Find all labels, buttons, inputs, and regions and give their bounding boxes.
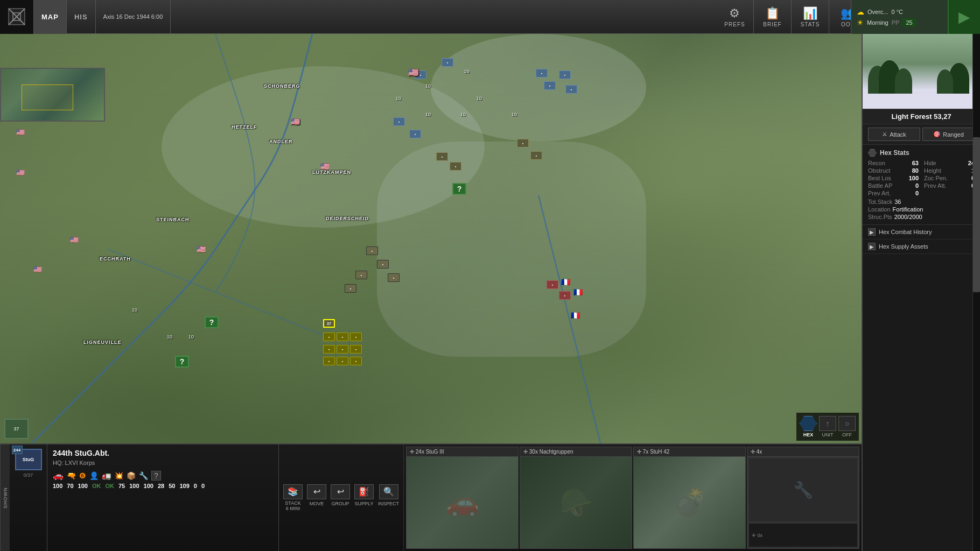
prev-att1-label: Prev Att.: [924, 182, 947, 189]
unit-card-nacht[interactable]: ✛ 30x Nachtgruppen 🪖: [520, 447, 632, 549]
right-scrollbar[interactable]: [972, 34, 980, 551]
unit-ge-5[interactable]: ▪: [366, 246, 378, 255]
unit-ge-6[interactable]: ▪: [377, 260, 389, 269]
unit-ge-8[interactable]: ▪: [355, 271, 367, 279]
unit-selected[interactable]: 37: [323, 319, 335, 328]
unit-ye-2[interactable]: ▪: [337, 333, 348, 341]
stats-icon: 📊: [803, 6, 818, 20]
stat-exp: 109: [179, 483, 189, 489]
unit-card-stug3[interactable]: ✛ 24x StuG III 🚗: [406, 447, 519, 549]
stat-leader: 0: [201, 483, 205, 489]
map-num-2: 10: [425, 83, 431, 89]
unit-fr-1[interactable]: ▪: [547, 280, 558, 289]
inspect-control[interactable]: 🔍 INSPECT: [378, 484, 399, 512]
unit-question-2[interactable]: ?: [205, 316, 219, 328]
supply-assets-section[interactable]: ▶ Hex Supply Assets: [863, 239, 980, 254]
unit-us-4[interactable]: ▪: [544, 81, 556, 90]
stat-supply: 50: [169, 483, 175, 489]
unit-button-group: ↑ UNIT: [819, 416, 836, 437]
obstruct-label: Obstruct: [868, 167, 891, 174]
prev-att2-val: 0: [915, 190, 919, 196]
stat-readiness: OK: [92, 483, 101, 489]
map-tab[interactable]: MAP: [34, 0, 67, 34]
off-label[interactable]: OFF: [842, 432, 852, 437]
unit-ye-9[interactable]: ▪: [350, 357, 362, 365]
unit-us-3[interactable]: ▪: [536, 69, 548, 77]
unit-ge-1[interactable]: ▪: [517, 139, 529, 147]
hex-label[interactable]: HEX: [803, 432, 814, 437]
attack-button[interactable]: ⚔ Attack: [868, 128, 920, 141]
his-tab[interactable]: HIS: [67, 0, 96, 34]
unit-special-icon: ?: [151, 471, 161, 481]
forward-button[interactable]: ▶: [948, 0, 980, 34]
unit-ge-9[interactable]: ▪: [345, 284, 356, 293]
unit-us-2[interactable]: ▪: [442, 58, 453, 67]
unit-card-stuh42[interactable]: ✛ 7x StuH 42 💣: [633, 447, 746, 549]
minimap[interactable]: [0, 68, 105, 122]
unit-ge-4[interactable]: ▪: [450, 162, 461, 171]
date-display: Axis 16 Dec 1944 6:00: [96, 0, 171, 34]
brief-button[interactable]: 📋 BRIEF: [754, 0, 792, 34]
unit-us-5[interactable]: ▪: [559, 70, 571, 79]
supply-control[interactable]: ⛽ SUPPLY: [354, 484, 374, 512]
obstruct-val: 80: [912, 167, 919, 174]
unit-ye-1[interactable]: ▪: [323, 333, 335, 341]
group-control[interactable]: ↩ GROUP: [331, 484, 350, 512]
unit-question-1[interactable]: ?: [452, 183, 466, 195]
map-num-5: 10: [512, 112, 517, 117]
bottom-panel: SHOWN 244 StuG 0/37 244th StuG.Abt. HQ: …: [0, 443, 862, 551]
unit-ye-7[interactable]: ▪: [323, 357, 335, 365]
unit-ye-6[interactable]: ▪: [350, 345, 362, 354]
weather-icon: ☁: [857, 8, 864, 16]
unit-number-badge: 244 StuG: [15, 449, 42, 470]
unit-us-8[interactable]: ▪: [409, 130, 421, 138]
unit-cards-section: ✛ 24x StuG III 🚗 ✛ 30x Nachtgruppen 🪖 ✛ …: [404, 444, 862, 551]
unit-ge-3[interactable]: ▪: [436, 152, 448, 161]
unit-fire-icon: ❻: [79, 471, 86, 480]
stats-button[interactable]: 📊 STATS: [792, 0, 829, 34]
temperature: 0 °C: [892, 9, 904, 15]
stat-range: 28: [158, 483, 164, 489]
unit-us-7[interactable]: ▪: [393, 117, 405, 126]
unit-fr-2[interactable]: ▪: [559, 291, 571, 300]
time-of-day: Morning: [867, 19, 888, 26]
unit-card-misc[interactable]: ✛ 4x 🔧 ✛ 0x: [747, 447, 859, 549]
bottom-right-buttons: HEX ↑ UNIT ○ OFF: [796, 413, 859, 441]
unit-ye-4[interactable]: ▪: [323, 345, 335, 354]
combat-history-section[interactable]: ▶ Hex Combat History: [863, 225, 980, 239]
stat-attack: 100: [129, 483, 139, 489]
time-icon: ☀: [857, 18, 864, 27]
stat-move: 100: [53, 483, 62, 489]
pp-label: PP: [892, 19, 900, 26]
unit-infantry-icon: 👤: [89, 471, 99, 480]
map-unit-badge[interactable]: 37: [4, 419, 29, 439]
move-control[interactable]: ↩ MOVE: [307, 484, 326, 512]
unit-ye-3[interactable]: ▪: [350, 333, 362, 341]
map-num-1: 29: [464, 69, 470, 74]
us-flag-8: 🇺🇸: [33, 265, 42, 273]
struc-pts-val: 2000/2000: [894, 214, 922, 220]
unit-us-6[interactable]: ▪: [565, 85, 577, 94]
ranged-button[interactable]: 🎯 Ranged: [922, 128, 975, 141]
weather-condition: Overc...: [867, 9, 888, 15]
unit-label[interactable]: UNIT: [822, 432, 834, 437]
game-logo: [0, 0, 34, 34]
hide-label: Hide: [924, 160, 936, 166]
prev-att2-label: Prev Art.: [868, 190, 891, 196]
us-flag-3: 🇺🇸: [320, 162, 330, 171]
unit-ge-2[interactable]: ▪: [530, 151, 542, 160]
recon-label: Recon: [868, 160, 885, 166]
right-panel: Light Forest 53,27 ⚔ Attack 🎯 Ranged Hex…: [862, 34, 980, 551]
unit-ye-8[interactable]: ▪: [337, 357, 348, 365]
unit-main-info: 244th StuG.Abt. HQ: LXVI Korps 🚗 🔫 ❻ 👤 🚛…: [47, 444, 278, 551]
unit-question-3[interactable]: ?: [175, 356, 189, 368]
best-los-val: 100: [909, 175, 919, 181]
unit-ge-7[interactable]: ▪: [388, 273, 400, 282]
unit-ye-5[interactable]: ▪: [337, 345, 348, 354]
prefs-button[interactable]: ⚙ PREFS: [716, 0, 754, 34]
location-label: Location: [868, 206, 891, 213]
recon-val: 63: [912, 160, 919, 166]
stack-control[interactable]: 📚 STACK6 MINI: [283, 484, 303, 512]
off-icon: ○: [838, 416, 856, 431]
hex-stats-title: Hex Stats: [880, 149, 909, 157]
